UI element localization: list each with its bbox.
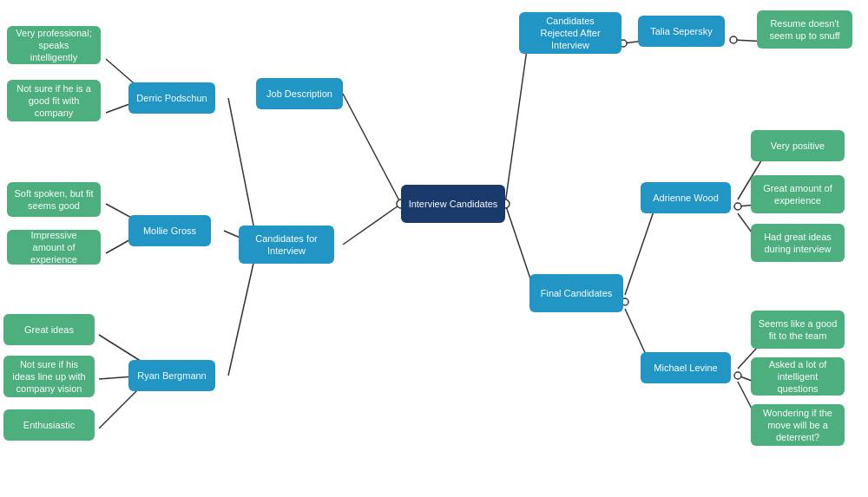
ml1-node: Seems like a good fit to the team <box>751 311 845 349</box>
vp2-node: Not sure if he is a good fit with compan… <box>7 80 101 121</box>
svg-line-1 <box>343 204 401 245</box>
resume-snuff-node: Resume doesn't seem up to snuff <box>757 10 852 49</box>
svg-line-4 <box>228 98 256 239</box>
svg-line-16 <box>625 206 655 295</box>
interview-candidates-node: Interview Candidates <box>401 185 505 223</box>
aw1-node: Very positive <box>751 130 845 161</box>
candidates-for-interview-node: Candidates for Interview <box>239 226 334 264</box>
svg-line-2 <box>505 43 528 204</box>
aw3-node: Had great ideas during interview <box>751 224 845 262</box>
job-description-node: Job Description <box>256 78 343 109</box>
svg-point-30 <box>734 203 741 210</box>
ml2-node: Asked a lot of intelligent questions <box>751 357 845 396</box>
adrienne-wood-node: Adrienne Wood <box>641 182 731 213</box>
michael-levine-node: Michael Levine <box>641 352 731 383</box>
derric-podschun-node: Derric Podschun <box>128 82 215 114</box>
svg-line-0 <box>343 94 401 204</box>
candidates-rejected-node: Candidates Rejected After Interview <box>519 12 621 54</box>
final-candidates-node: Final Candidates <box>529 274 623 312</box>
mg1-node: Soft spoken, but fit seems good <box>7 182 101 217</box>
mollie-gross-node: Mollie Gross <box>128 215 211 246</box>
talia-sepersky-node: Talia Sepersky <box>638 16 725 47</box>
ryan-bergmann-node: Ryan Bergmann <box>128 360 215 391</box>
svg-point-31 <box>734 372 741 379</box>
mg2-node: Impressive amount of experience <box>7 230 101 265</box>
mind-map-diagram: Interview Candidates Job Description Can… <box>0 0 868 497</box>
svg-point-29 <box>730 36 737 43</box>
rb3-node: Enthusiastic <box>3 409 95 441</box>
aw2-node: Great amount of experience <box>751 175 845 213</box>
rb2-node: Not sure if his ideas line up with compa… <box>3 356 95 397</box>
connector-lines <box>0 0 868 497</box>
ml3-node: Wondering if the move will be a deterren… <box>751 404 845 446</box>
rb1-node: Great ideas <box>3 314 95 345</box>
vp1-node: Very professional; speaks intelligently <box>7 26 101 64</box>
svg-line-6 <box>228 252 256 376</box>
